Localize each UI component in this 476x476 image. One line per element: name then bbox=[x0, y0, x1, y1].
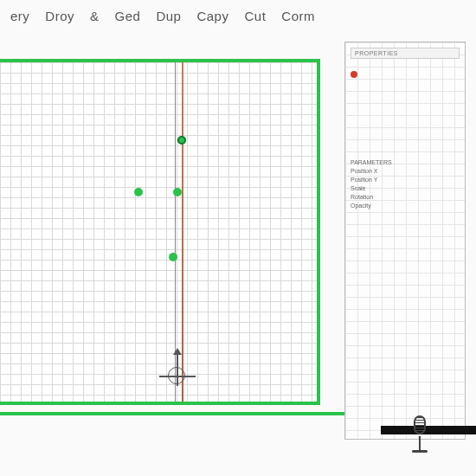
property-row[interactable]: Opacity bbox=[351, 203, 460, 209]
main-canvas[interactable] bbox=[0, 59, 320, 405]
menu-bar: ery Droy & Ged Dup Capy Cut Corm bbox=[0, 0, 476, 29]
menu-item[interactable]: & bbox=[90, 9, 100, 23]
properties-panel: PROPERTIES PARAMETERS Position X Positio… bbox=[344, 42, 466, 440]
property-row[interactable]: Scale bbox=[351, 185, 460, 191]
menu-item[interactable]: Corm bbox=[281, 9, 315, 23]
menu-item[interactable]: Dup bbox=[156, 9, 181, 23]
canvas-point[interactable] bbox=[169, 253, 177, 261]
canvas-point[interactable] bbox=[134, 188, 143, 196]
workspace: PROPERTIES PARAMETERS Position X Positio… bbox=[0, 33, 476, 476]
panel-header: PROPERTIES bbox=[351, 48, 460, 59]
canvas-point[interactable] bbox=[173, 188, 182, 196]
menu-item[interactable]: Ged bbox=[115, 9, 141, 23]
menu-item[interactable]: ery bbox=[10, 9, 29, 23]
panel-section-label: PARAMETERS bbox=[351, 159, 460, 165]
menu-item[interactable]: Droy bbox=[45, 9, 74, 23]
property-row[interactable]: Rotation bbox=[351, 194, 460, 200]
timeline-bar[interactable] bbox=[0, 412, 363, 415]
menu-item[interactable]: Cut bbox=[244, 9, 266, 23]
microphone-icon[interactable] bbox=[407, 415, 433, 459]
property-row[interactable]: Position X bbox=[351, 168, 460, 174]
record-indicator-icon[interactable] bbox=[351, 71, 357, 78]
compass-icon bbox=[156, 351, 199, 395]
property-row[interactable]: Position Y bbox=[351, 177, 460, 183]
canvas-point[interactable] bbox=[177, 136, 186, 145]
menu-item[interactable]: Capy bbox=[196, 9, 228, 23]
